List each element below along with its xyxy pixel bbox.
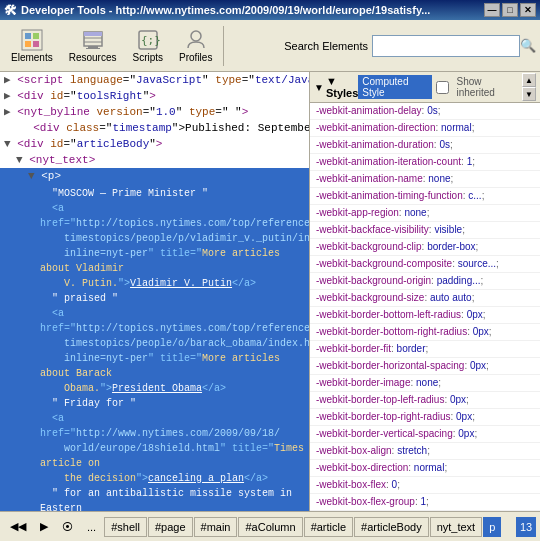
computed-toggle[interactable]: Computed Style xyxy=(358,75,432,99)
breadcrumb-inspect-btn[interactable]: ⦿ xyxy=(56,516,79,538)
left-panel[interactable]: ▶ <script language="JavaScript" type="te… xyxy=(0,72,310,511)
svg-rect-4 xyxy=(33,41,39,47)
tree-link-line[interactable]: <a href="http://topics.nytimes.com/top/r… xyxy=(40,306,305,396)
svg-rect-9 xyxy=(88,46,98,48)
style-property: -webkit-animation-delay: 0s; xyxy=(310,103,540,120)
tree-item[interactable]: ▶ <script language="JavaScript" type="te… xyxy=(0,72,309,88)
style-property: -webkit-animation-name: none; xyxy=(310,171,540,188)
svg-rect-6 xyxy=(84,32,102,36)
search-input[interactable] xyxy=(373,36,519,56)
svg-text:{;}: {;} xyxy=(141,34,160,47)
breadcrumb-page[interactable]: #page xyxy=(148,517,193,537)
minimize-btn[interactable]: — xyxy=(484,3,500,17)
scroll-arrows-top: ▲ ▼ xyxy=(522,73,536,101)
style-property: -webkit-border-horizontal-spacing: 0px; xyxy=(310,358,540,375)
breadcrumb-forward-btn[interactable]: ▶ xyxy=(34,516,54,538)
style-property: -webkit-animation-iteration-count: 1; xyxy=(310,154,540,171)
styles-section-arrow[interactable]: ▼ xyxy=(314,82,324,93)
style-property: -webkit-box-align: stretch; xyxy=(310,443,540,460)
style-property: -webkit-border-top-left-radius: 0px; xyxy=(310,392,540,409)
style-property: -webkit-background-origin: padding...; xyxy=(310,273,540,290)
styles-list[interactable]: -webkit-animation-delay: 0s;-webkit-anim… xyxy=(310,103,540,511)
search-box-container: 🔍 xyxy=(372,35,532,57)
page-number: 13 xyxy=(516,517,536,537)
tree-arrow[interactable]: ▼ xyxy=(16,154,29,166)
breadcrumb-main[interactable]: #main xyxy=(194,517,238,537)
tree-item[interactable]: ▼ <div id="articleBody"> xyxy=(0,136,309,152)
elements-button[interactable]: Elements xyxy=(4,23,60,69)
svg-rect-1 xyxy=(25,33,31,39)
breadcrumb-menu-btn[interactable]: ... xyxy=(81,516,102,538)
style-property: -webkit-background-composite: source...; xyxy=(310,256,540,273)
tree-arrow[interactable]: ▼ xyxy=(4,138,17,150)
scroll-up-arrow[interactable]: ▲ xyxy=(522,73,536,87)
toolbar: Elements Resources {;} Scripts Profiles … xyxy=(0,20,540,72)
style-property: -webkit-box-direction: normal; xyxy=(310,460,540,477)
style-property: -webkit-border-bottom-right-radius: 0px; xyxy=(310,324,540,341)
style-property: -webkit-background-size: auto auto; xyxy=(310,290,540,307)
elements-icon xyxy=(20,28,44,52)
title-bar-icon: 🛠 xyxy=(4,3,17,18)
breadcrumb-path: #shell #page #main #aColumn #article #ar… xyxy=(104,517,510,537)
search-button[interactable]: 🔍 xyxy=(519,35,536,57)
breadcrumb-article[interactable]: #article xyxy=(304,517,353,537)
style-property: -webkit-border-bottom-left-radius: 0px; xyxy=(310,307,540,324)
styles-controls: Computed Style Show inherited xyxy=(358,75,518,99)
tree-content-highlighted: "MOSCOW — Prime Minister " <a href="http… xyxy=(0,184,309,511)
elements-label: Elements xyxy=(11,52,53,63)
style-property: -webkit-box-flex: 0; xyxy=(310,477,540,494)
svg-rect-10 xyxy=(86,48,100,49)
style-property: -webkit-border-vertical-spacing: 0px; xyxy=(310,426,540,443)
style-property: -webkit-background-clip: border-box; xyxy=(310,239,540,256)
style-property: -webkit-animation-direction: normal; xyxy=(310,120,540,137)
tree-item[interactable]: ▼ <nyt_text> xyxy=(0,152,309,168)
svg-rect-3 xyxy=(25,41,31,47)
tree-item[interactable]: ▶ <nyt_byline version="1.0" type=" "> xyxy=(0,104,309,120)
style-property: -webkit-box-flex-group: 1; xyxy=(310,494,540,511)
svg-rect-2 xyxy=(33,33,39,39)
right-panel-container: ▼ ▼ Styles Computed Style Show inherited… xyxy=(310,72,540,511)
tree-item-p[interactable]: ▼ <p> xyxy=(0,168,309,184)
tree-text-line: " for an antiballistic missile system in… xyxy=(40,486,305,511)
style-property: -webkit-animation-duration: 0s; xyxy=(310,137,540,154)
close-btn[interactable]: ✕ xyxy=(520,3,536,17)
show-inherited-checkbox[interactable] xyxy=(436,81,449,94)
tree-text-line: " Friday for " xyxy=(40,396,305,411)
maximize-btn[interactable]: □ xyxy=(502,3,518,17)
breadcrumb-shell[interactable]: #shell xyxy=(104,517,147,537)
tree-arrow[interactable]: ▶ xyxy=(4,106,17,118)
breadcrumb-p[interactable]: p xyxy=(483,517,501,537)
tree-link-line[interactable]: <a href="http://www.nytimes.com/2009/09/… xyxy=(40,411,305,486)
style-property: -webkit-animation-timing-function: c...; xyxy=(310,188,540,205)
title-bar-controls: — □ ✕ xyxy=(484,3,536,17)
style-property: -webkit-border-top-right-radius: 0px; xyxy=(310,409,540,426)
tree-link-line[interactable]: <a href="http://topics.nytimes.com/top/r… xyxy=(40,201,305,291)
breadcrumb-back-btn[interactable]: ◀◀ xyxy=(4,516,32,538)
tree-arrow[interactable]: ▶ xyxy=(4,74,17,86)
resources-button[interactable]: Resources xyxy=(62,23,124,69)
show-inherited-label[interactable]: Show inherited xyxy=(456,76,518,98)
scripts-label: Scripts xyxy=(133,52,164,63)
title-bar-text: Developer Tools - http://www.nytimes.com… xyxy=(21,4,484,16)
tree-arrow[interactable]: ▼ xyxy=(28,170,41,182)
tree-arrow[interactable]: ▶ xyxy=(4,90,17,102)
tree-item: <div class="timestamp">Published: Septem… xyxy=(0,120,309,136)
style-property: -webkit-app-region: none; xyxy=(310,205,540,222)
resources-icon xyxy=(81,28,105,52)
search-label: Search Elements xyxy=(284,40,368,52)
style-property: -webkit-backface-visibility: visible; xyxy=(310,222,540,239)
breadcrumb-acolumn[interactable]: #aColumn xyxy=(238,517,302,537)
scroll-down-arrow[interactable]: ▼ xyxy=(522,87,536,101)
profiles-icon xyxy=(184,28,208,52)
title-bar: 🛠 Developer Tools - http://www.nytimes.c… xyxy=(0,0,540,20)
profiles-label: Profiles xyxy=(179,52,212,63)
scripts-button[interactable]: {;} Scripts xyxy=(126,23,171,69)
profiles-button[interactable]: Profiles xyxy=(172,23,219,69)
style-property: -webkit-border-fit: border; xyxy=(310,341,540,358)
tree-text-line: " praised " xyxy=(40,291,305,306)
tree-item[interactable]: ▶ <div id="toolsRight"> xyxy=(0,88,309,104)
style-property: -webkit-border-image: none; xyxy=(310,375,540,392)
styles-header-label: ▼ Styles xyxy=(326,75,358,99)
breadcrumb-articlebody[interactable]: #articleBody xyxy=(354,517,429,537)
breadcrumb-nyt-text[interactable]: nyt_text xyxy=(430,517,483,537)
